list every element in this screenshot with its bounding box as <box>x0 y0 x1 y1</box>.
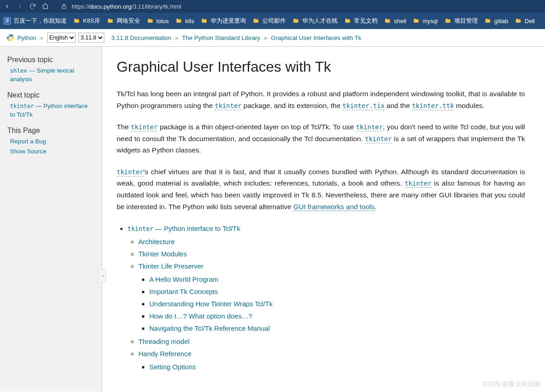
separator: » <box>175 34 178 41</box>
separator: » <box>264 34 268 41</box>
bookmark-folder[interactable]: 常见文档 <box>344 17 378 25</box>
report-bug-link[interactable]: Report a Bug <box>10 138 46 145</box>
this-page-heading: This Page <box>7 127 94 135</box>
bookmark-folder[interactable]: 项目管理 <box>444 17 478 25</box>
sidebar: Previous topic shlex — Simple lexical an… <box>0 47 102 392</box>
toc-link[interactable]: Threading model <box>138 338 190 345</box>
version-select[interactable]: 3.11.8 <box>79 33 104 43</box>
folder-icon <box>444 18 452 24</box>
home-icon[interactable] <box>42 3 49 10</box>
next-topic-link[interactable]: tkinter — Python interface to Tcl/Tk <box>10 103 88 118</box>
bookmark-folder[interactable]: gitlab <box>484 18 508 24</box>
toc-link[interactable]: Tkinter Life Preserver <box>138 262 203 270</box>
folder-icon <box>201 18 208 24</box>
tkinter-link[interactable]: tkinter <box>131 123 157 131</box>
intro-paragraph-2: The tkinter package is a thin object-ori… <box>117 121 525 156</box>
bookmark-folder[interactable]: shell <box>384 18 406 24</box>
folder-icon <box>107 18 114 24</box>
bookmark-folder[interactable]: K8S库 <box>73 17 100 25</box>
bookmark-folder[interactable]: Dell <box>515 18 535 24</box>
table-of-contents: tkinter — Python interface to Tcl/Tk Arc… <box>118 222 525 373</box>
folder-icon <box>484 18 491 24</box>
toc-item: tkinter — Python interface to Tcl/Tk Arc… <box>128 222 525 373</box>
crumb-docs-home[interactable]: 3.11.8 Documentation <box>111 34 171 41</box>
folder-icon <box>175 18 182 24</box>
intro-paragraph-3: tkinter's chief virtues are that it is f… <box>117 166 525 212</box>
tkinter-ttk-link[interactable]: tkinter.ttk <box>412 102 454 109</box>
toc-item: Important Tk Concepts <box>149 285 525 298</box>
folder-icon <box>73 18 80 24</box>
bookmark-folder[interactable]: 公司邮件 <box>252 17 286 25</box>
url-display[interactable]: https://docs.python.org/3.11/library/tk.… <box>72 3 181 10</box>
next-topic-heading: Next topic <box>7 91 94 99</box>
back-icon[interactable] <box>4 3 11 10</box>
gui-frameworks-link[interactable]: GUI frameworks and tools <box>293 203 374 211</box>
svg-point-2 <box>11 40 12 41</box>
toc-item: Tkinter Life Preserver A Hello World Pro… <box>138 260 525 334</box>
baidu-icon: 度 <box>4 17 11 24</box>
toc-link[interactable]: How do I…? What option does…? <box>149 312 252 320</box>
toc-link[interactable]: Handy Reference <box>138 350 191 358</box>
previous-topic-heading: Previous topic <box>7 56 94 64</box>
crumb-stdlib[interactable]: The Python Standard Library <box>182 34 260 41</box>
python-logo-icon <box>6 34 15 42</box>
separator: » <box>40 34 44 41</box>
toc-link[interactable]: Important Tk Concepts <box>149 288 218 295</box>
folder-icon <box>515 18 522 24</box>
toc-item: Understanding How Tkinter Wraps Tcl/Tk <box>149 298 525 310</box>
toc-item: Architecture <box>138 235 525 248</box>
toc-item: Tkinter Modules <box>138 248 525 260</box>
forward-icon[interactable] <box>16 3 24 10</box>
toc-item: Threading model <box>138 335 525 348</box>
toc-link[interactable]: Setting Options <box>149 363 196 371</box>
tkinter-link[interactable]: tkinter <box>356 123 383 131</box>
watermark: CSDN @聚天科技苑 <box>482 380 540 388</box>
toc-link[interactable]: Architecture <box>138 238 175 245</box>
folder-icon <box>344 18 351 24</box>
toc-link[interactable]: Tkinter Modules <box>138 250 187 258</box>
lock-icon[interactable] <box>61 3 67 10</box>
python-home-link[interactable]: Python <box>17 34 36 41</box>
folder-icon <box>412 18 420 24</box>
browser-address-bar: https://docs.python.org/3.11/library/tk.… <box>0 0 545 13</box>
toc-item: How do I…? What option does…? <box>149 310 525 322</box>
page-title: Graphical User Interfaces with Tk <box>117 59 525 75</box>
crumb-current[interactable]: Graphical User Interfaces with Tk <box>271 34 361 41</box>
svg-point-1 <box>9 35 10 36</box>
tkinter-link[interactable]: tkinter <box>405 179 432 187</box>
previous-topic-link[interactable]: shlex — Simple lexical analysis <box>10 67 74 83</box>
tkinter-link[interactable]: tkinter <box>365 135 392 142</box>
language-select[interactable]: English <box>47 33 76 43</box>
tkinter-link[interactable]: tkinter <box>117 168 143 176</box>
reload-icon[interactable] <box>29 3 36 10</box>
bookmark-baidu[interactable]: 度 百度一下，你就知道 <box>4 17 67 25</box>
intro-paragraph-1: Tk/Tcl has long been an integral part of… <box>117 88 525 111</box>
folder-icon <box>147 18 154 24</box>
bookmarks-bar: 度 百度一下，你就知道 K8S库 网络安全 lotus k8s 华为进度查询 公… <box>0 13 545 29</box>
sidebar-collapse-toggle[interactable]: « <box>101 270 106 282</box>
toc-tkinter-link[interactable]: tkinter — Python interface to Tcl/Tk <box>128 225 240 232</box>
show-source-link[interactable]: Show Source <box>10 148 46 155</box>
toc-link[interactable]: Understanding How Tkinter Wraps Tcl/Tk <box>149 300 273 308</box>
bookmark-folder[interactable]: 网络安全 <box>107 17 140 25</box>
toc-item: Handy Reference Setting Options <box>138 348 525 373</box>
docs-breadcrumb-bar: Python » English 3.11.8 3.11.8 Documenta… <box>0 29 545 47</box>
toc-item: A Hello World Program <box>149 273 525 285</box>
svg-rect-0 <box>62 6 66 8</box>
bookmark-folder[interactable]: mysql <box>412 18 438 24</box>
tkinter-link[interactable]: tkinter <box>215 102 241 109</box>
bookmark-folder[interactable]: 华为人才在线 <box>292 17 338 25</box>
content-area[interactable]: Graphical User Interfaces with Tk Tk/Tcl… <box>102 47 545 392</box>
folder-icon <box>384 18 391 24</box>
bookmark-folder[interactable]: k8s <box>175 18 194 24</box>
bookmark-folder[interactable]: 华为进度查询 <box>201 17 246 25</box>
toc-link[interactable]: A Hello World Program <box>149 275 218 283</box>
bookmark-folder[interactable]: lotus <box>147 18 169 24</box>
folder-icon <box>252 18 260 24</box>
toc-item: Navigating the Tcl/Tk Reference Manual <box>149 322 525 334</box>
folder-icon <box>292 18 300 24</box>
toc-link[interactable]: Navigating the Tcl/Tk Reference Manual <box>149 324 270 332</box>
toc-item: Setting Options <box>149 361 525 373</box>
tkinter-tix-link[interactable]: tkinter.tix <box>343 102 385 109</box>
